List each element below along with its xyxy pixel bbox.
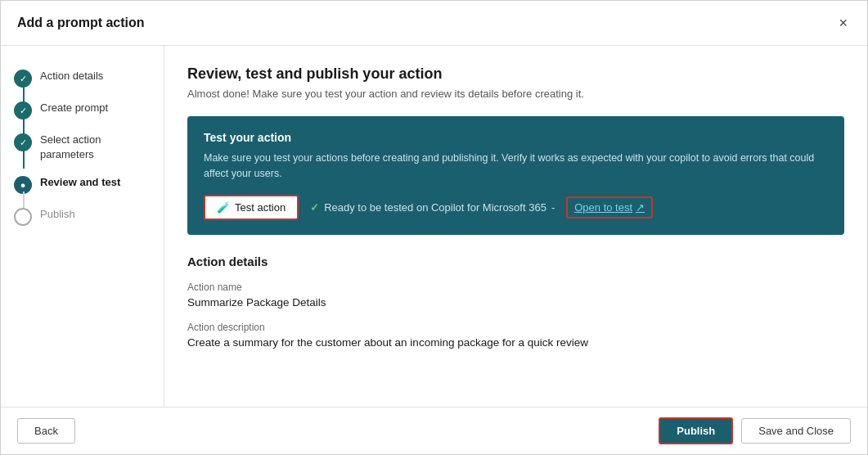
modal-body: ✓ Action details ✓ Create prompt ✓ Selec…: [1, 46, 867, 407]
status-text: Ready to be tested on Copilot for Micros…: [324, 201, 546, 214]
flask-icon: 🧪: [217, 201, 230, 214]
action-description-value: Create a summary for the customer about …: [187, 336, 844, 349]
test-card-description: Make sure you test your actions before c…: [204, 151, 828, 182]
sidebar: ✓ Action details ✓ Create prompt ✓ Selec…: [1, 46, 164, 407]
action-name-value: Summarize Package Details: [187, 296, 844, 309]
modal-container: Add a prompt action × ✓ Action details ✓…: [0, 0, 868, 455]
check-icon: ✓: [310, 201, 319, 214]
action-details-title: Action details: [187, 255, 844, 268]
save-and-close-button[interactable]: Save and Close: [741, 418, 851, 444]
action-description-group: Action description Create a summary for …: [187, 322, 844, 349]
step-label-publish: Publish: [40, 207, 75, 222]
footer-left: Back: [17, 418, 75, 444]
test-status: ✓ Ready to be tested on Copilot for Micr…: [310, 201, 555, 214]
sidebar-item-action-details[interactable]: ✓ Action details: [1, 62, 164, 94]
open-to-test-button[interactable]: Open to test ↗: [566, 196, 653, 218]
close-button[interactable]: ×: [835, 12, 851, 34]
modal-footer: Back Publish Save and Close: [1, 407, 867, 454]
step-label-review-test: Review and test: [40, 175, 120, 190]
sidebar-item-review-test[interactable]: ● Review and test: [1, 169, 164, 200]
step-icon-publish: [14, 208, 32, 226]
test-card-actions: 🧪 Test action ✓ Ready to be tested on Co…: [204, 195, 828, 220]
modal-title: Add a prompt action: [17, 16, 145, 30]
publish-button[interactable]: Publish: [659, 417, 733, 444]
test-action-button[interactable]: 🧪 Test action: [204, 195, 299, 220]
action-name-group: Action name Summarize Package Details: [187, 282, 844, 309]
action-name-label: Action name: [187, 282, 844, 293]
modal-header: Add a prompt action ×: [1, 1, 867, 46]
sidebar-item-publish[interactable]: Publish: [1, 200, 164, 232]
page-title: Review, test and publish your action: [187, 65, 844, 83]
step-label-select-params: Select action parameters: [40, 133, 151, 162]
external-link-icon: ↗: [636, 201, 645, 214]
page-subtitle: Almost done! Make sure you test your act…: [187, 88, 844, 100]
sidebar-item-select-params[interactable]: ✓ Select action parameters: [1, 126, 164, 169]
test-action-label: Test action: [235, 201, 286, 214]
test-card: Test your action Make sure you test your…: [187, 116, 844, 235]
step-label-action-details: Action details: [40, 69, 103, 83]
action-description-label: Action description: [187, 322, 844, 333]
main-content: Review, test and publish your action Alm…: [164, 46, 867, 407]
open-test-label: Open to test: [574, 201, 632, 214]
separator: -: [551, 201, 555, 214]
test-card-title: Test your action: [204, 131, 828, 144]
sidebar-item-create-prompt[interactable]: ✓ Create prompt: [1, 94, 164, 126]
step-label-create-prompt: Create prompt: [40, 101, 108, 115]
back-button[interactable]: Back: [17, 418, 75, 444]
connector-3: [23, 149, 25, 169]
action-details-section: Action details Action name Summarize Pac…: [187, 255, 844, 349]
footer-right: Publish Save and Close: [659, 417, 851, 444]
